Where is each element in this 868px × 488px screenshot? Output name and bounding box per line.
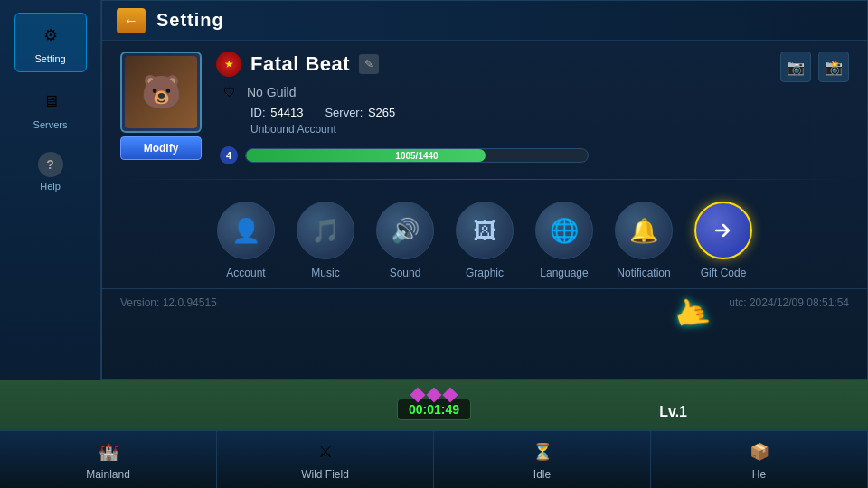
notification-label: Notification <box>617 267 670 279</box>
progress-bar-container: 1005/1440 <box>245 148 589 163</box>
setting-giftcode[interactable]: Gift Code <box>694 202 752 279</box>
setting-sound[interactable]: 🔊 Sound <box>376 202 434 279</box>
sidebar-item-help[interactable]: ? Help <box>14 145 87 199</box>
giftcode-arrow-icon <box>711 218 736 243</box>
panel-header: ← Setting <box>102 1 867 41</box>
sidebar-help-label: Help <box>40 181 61 192</box>
more-label: He <box>752 468 766 481</box>
version-text: Version: 12.0.94515 <box>120 296 217 309</box>
diamond-1 <box>410 388 426 403</box>
wildfield-icon: ⚔ <box>313 439 338 465</box>
servers-icon: 🖥 <box>36 87 65 116</box>
diamonds-row <box>412 389 456 400</box>
name-row: ★ Fatal Beat ✎ <box>216 52 766 77</box>
guild-name: No Guild <box>247 85 296 99</box>
sidebar-servers-label: Servers <box>33 119 68 130</box>
page-title: Setting <box>156 10 224 31</box>
notification-icon: 🔔 <box>615 202 673 259</box>
id-label: ID: 54413 <box>250 106 303 119</box>
graphic-label: Graphic <box>466 267 504 279</box>
guild-row: 🛡 No Guild <box>216 82 766 102</box>
language-label: Language <box>540 267 588 279</box>
diamond-2 <box>427 388 442 403</box>
photo-button[interactable]: 📷 <box>780 52 811 82</box>
setting-language[interactable]: 🌐 Language <box>535 202 593 279</box>
more-icon: 📦 <box>747 439 772 465</box>
level-badge: 4 <box>220 146 238 164</box>
setting-account[interactable]: 👤 Account <box>217 202 275 279</box>
profile-section: 🐻 Modify ★ Fatal Beat ✎ 🛡 No Guild <box>102 41 867 175</box>
sound-label: Sound <box>390 267 421 279</box>
rank-badge: ★ <box>216 52 241 77</box>
profile-right-icons: 📷 📸 <box>780 52 849 82</box>
giftcode-label: Gift Code <box>701 267 747 279</box>
nav-mainland[interactable]: 🏰 Mainland <box>0 431 217 488</box>
main-panel: ← Setting 🐻 Modify ★ Fatal Beat ✎ <box>101 0 868 380</box>
setting-music[interactable]: 🎵 Music <box>297 202 354 279</box>
back-button[interactable]: ← <box>117 8 146 33</box>
modify-button[interactable]: Modify <box>120 136 202 160</box>
server-label: Server: S265 <box>325 106 395 119</box>
profile-info: ★ Fatal Beat ✎ 🛡 No Guild ID: 54413 Serv… <box>216 52 766 164</box>
idle-label: Idle <box>533 468 551 481</box>
nav-more[interactable]: 📦 He <box>651 431 868 488</box>
id-server-row: ID: 54413 Server: S265 <box>216 106 766 119</box>
player-name: Fatal Beat <box>250 52 350 76</box>
rank-star-icon: ★ <box>224 58 234 70</box>
unbound-account-text: Unbound Account <box>216 123 766 136</box>
idle-icon: ⏳ <box>530 439 555 465</box>
guild-icon: 🛡 <box>220 82 240 102</box>
giftcode-icon <box>694 202 752 259</box>
account-label: Account <box>226 267 265 279</box>
setting-graphic[interactable]: 🖼 Graphic <box>456 202 514 279</box>
avatar-container: 🐻 Modify <box>120 52 202 142</box>
mainland-icon: 🏰 <box>96 439 121 465</box>
sidebar-setting-label: Setting <box>34 53 65 64</box>
sidebar: ⚙ Setting 🖥 Servers ? Help <box>0 0 101 380</box>
avatar: 🐻 <box>125 56 197 128</box>
divider <box>120 179 849 180</box>
nav-idle[interactable]: ⏳ Idle <box>434 431 651 488</box>
nav-wildfield[interactable]: ⚔ Wild Field <box>217 431 434 488</box>
avatar-frame: 🐻 <box>120 52 202 133</box>
language-icon: 🌐 <box>535 202 593 259</box>
mainland-label: Mainland <box>86 468 130 481</box>
setting-notification[interactable]: 🔔 Notification <box>615 202 673 279</box>
progress-text: 1005/1440 <box>395 151 438 161</box>
edit-name-button[interactable]: ✎ <box>359 54 379 74</box>
music-label: Music <box>311 267 339 279</box>
settings-grid: 👤 Account 🎵 Music 🔊 Sound 🖼 Graphic 🌐 La… <box>102 183 867 288</box>
graphic-icon: 🖼 <box>456 202 514 259</box>
setting-icon: ⚙ <box>36 21 65 50</box>
sidebar-item-servers[interactable]: 🖥 Servers <box>14 80 87 137</box>
sound-icon: 🔊 <box>376 202 434 259</box>
camera-button[interactable]: 📸 <box>818 52 849 82</box>
progress-bar-fill <box>246 149 486 162</box>
help-icon: ? <box>38 152 63 177</box>
level-display: Lv.1 <box>659 404 687 420</box>
panel-footer: Version: 12.0.94515 utc: 2024/12/09 08:5… <box>102 288 867 316</box>
diamond-3 <box>443 388 458 403</box>
account-icon: 👤 <box>217 202 275 259</box>
progress-section: 4 1005/1440 <box>216 146 766 164</box>
bottom-nav: 🏰 Mainland ⚔ Wild Field ⏳ Idle 📦 He <box>0 429 868 488</box>
utc-time-text: utc: 2024/12/09 08:51:54 <box>729 296 849 309</box>
wildfield-label: Wild Field <box>301 468 349 481</box>
sidebar-item-setting[interactable]: ⚙ Setting <box>14 13 87 72</box>
music-icon: 🎵 <box>297 202 354 259</box>
